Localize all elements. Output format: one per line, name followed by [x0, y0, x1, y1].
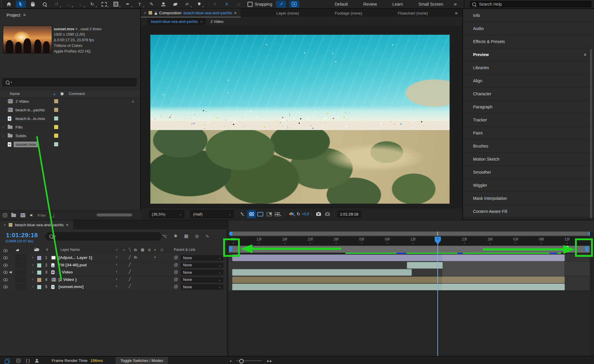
project-item-row[interactable]: sunset.mov: [0, 140, 140, 149]
layer-visibility-eye-icon[interactable]: [3, 278, 8, 281]
sidebar-item-paragraph[interactable]: Paragraph: [463, 100, 594, 113]
puppet-pin-tool[interactable]: [194, 1, 204, 8]
solo-column-icon[interactable]: ●: [17, 248, 19, 252]
sort-ascending-icon[interactable]: ▲: [53, 92, 56, 96]
workspace-tab-default[interactable]: Default: [335, 2, 348, 7]
close-icon[interactable]: ×: [144, 11, 146, 15]
zoom-out-mountain-icon[interactable]: ▲: [229, 359, 232, 362]
selection-tool[interactable]: [16, 1, 26, 8]
parent-pickwhip-icon[interactable]: @: [174, 255, 178, 260]
timeline-tab[interactable]: × beach-blue-sea-and-yachts ≡: [0, 220, 73, 229]
layer-fx-switch[interactable]: fx: [134, 255, 137, 259]
parent-pickwhip-icon[interactable]: @: [174, 270, 178, 274]
shy-column-icon[interactable]: ♀: [115, 248, 118, 252]
composition-viewer[interactable]: [141, 26, 462, 208]
layer-expander-icon[interactable]: ›: [32, 262, 33, 267]
layer-quality-switch[interactable]: ╱: [129, 270, 131, 274]
sidebar-item-align[interactable]: Align: [463, 74, 594, 87]
expander-icon[interactable]: ›: [2, 134, 4, 137]
project-item-name[interactable]: beach-b...ts.mov: [15, 116, 45, 121]
sidebar-item-smoother[interactable]: Smoother: [463, 166, 594, 179]
home-tool[interactable]: [4, 1, 14, 8]
show-snapshot-button[interactable]: [323, 210, 332, 218]
exposure-value[interactable]: +0,0: [302, 212, 309, 216]
magnification-dropdown[interactable]: (36,5%) ⌄: [149, 210, 184, 218]
layer-label-swatch[interactable]: [37, 263, 42, 268]
work-area-start-handle[interactable]: [229, 246, 232, 251]
project-panel-title[interactable]: Project: [7, 12, 21, 18]
viewer-tab-flowchart[interactable]: Flowchart (none): [398, 11, 428, 15]
zoom-tool[interactable]: [40, 1, 50, 8]
snap-box-button[interactable]: [289, 1, 299, 8]
label-color-swatch[interactable]: [54, 107, 59, 112]
parent-dropdown[interactable]: None⌄: [181, 270, 223, 275]
grid-guides-button[interactable]: ▾: [274, 210, 283, 218]
layer-visibility-eye-icon[interactable]: [3, 286, 8, 289]
motion-blur-icon[interactable]: ◎: [195, 233, 199, 239]
label-column-icon[interactable]: [36, 248, 40, 251]
viewer-tab-layer[interactable]: Layer (none): [276, 11, 299, 15]
breadcrumb-root[interactable]: beach-blue-sea-and-yachts: [151, 19, 198, 24]
project-item-row[interactable]: ›Solids: [0, 132, 140, 140]
lock-icon[interactable]: [155, 13, 157, 15]
lock-cell[interactable]: [21, 255, 27, 261]
time-navigator-start-handle[interactable]: [229, 232, 232, 236]
sidebar-item-info[interactable]: Info: [463, 9, 594, 22]
lock-cell[interactable]: [21, 262, 27, 268]
viewer-tab-footage[interactable]: Footage (none): [335, 11, 362, 15]
draft-3d-icon[interactable]: ❖: [174, 233, 177, 239]
view-axis-mode[interactable]: ▱: [234, 1, 244, 8]
composition-tab[interactable]: × Composition beach-blue-sea-and-yachts …: [141, 9, 241, 18]
exposure-button[interactable]: ↻ +0,0: [297, 210, 309, 218]
zoom-slider-knob[interactable]: [239, 359, 244, 363]
resolution-dropdown[interactable]: (Half) ⌄: [190, 210, 234, 218]
solo-cell[interactable]: [15, 255, 21, 261]
rotate-tool[interactable]: ↻: [87, 1, 97, 8]
project-item-name[interactable]: sunset.mov: [14, 142, 38, 147]
zoom-in-mountains-icon[interactable]: ▲▲: [266, 358, 271, 363]
snap-arrow-button[interactable]: ↗: [276, 1, 286, 8]
viewer-timecode[interactable]: 1:01:29:18: [337, 211, 361, 218]
breadcrumb-current[interactable]: 2 Video: [210, 19, 223, 24]
sidebar-item-mask-interpolation[interactable]: Mask Interpolation: [463, 192, 594, 205]
transparency-grid-button[interactable]: [247, 210, 256, 218]
layer-name[interactable]: Fill [34-40].psd: [59, 263, 87, 267]
interpret-footage-icon[interactable]: [3, 213, 7, 217]
layer-quality-switch[interactable]: ╱: [129, 255, 131, 259]
layer-visibility-eye-icon[interactable]: [3, 271, 8, 274]
layer-label-swatch[interactable]: [37, 256, 42, 260]
layer-stack-icon[interactable]: [6, 359, 10, 363]
timeline-scrollbar[interactable]: [590, 232, 594, 356]
collapse-column-icon[interactable]: ☼: [122, 248, 125, 252]
project-item-name[interactable]: beach-b...yachts: [15, 108, 45, 112]
panel-menu-icon[interactable]: ≡: [584, 52, 586, 57]
layer-row-3[interactable]: ›31 Video♀╱@None⌄: [0, 269, 224, 276]
expressions-icon[interactable]: { }: [26, 358, 30, 363]
search-help-box[interactable]: Search Help: [470, 1, 592, 7]
lock-cell[interactable]: [21, 284, 27, 290]
parent-dropdown[interactable]: None⌄: [181, 262, 223, 268]
project-item-row[interactable]: beach-b...ts.mov: [0, 114, 140, 123]
workspace-overflow-button[interactable]: »: [454, 1, 457, 7]
solo-cell[interactable]: [15, 277, 21, 283]
label-column-icon[interactable]: [61, 92, 64, 95]
breadcrumb[interactable]: beach-blue-sea-and-yachts ‹: [147, 18, 206, 25]
layer-quality-switch[interactable]: ╱: [129, 277, 131, 281]
layer-audio-icon[interactable]: [10, 271, 12, 274]
sidebar-item-preview[interactable]: Preview≡: [463, 48, 594, 61]
orbit-camera-tool[interactable]: ↺: [51, 1, 62, 8]
close-icon[interactable]: ×: [4, 223, 6, 227]
composition-flowchart-icon[interactable]: ⌥: [162, 233, 167, 239]
solo-cell[interactable]: [15, 269, 21, 275]
frame-blend-column-icon[interactable]: ▦: [141, 248, 144, 252]
layer-row-5[interactable]: ›5[sunset.mov]♀╱@None⌄: [0, 283, 224, 291]
motion-blur-column-icon[interactable]: ◎: [148, 248, 151, 252]
lock-cell[interactable]: [21, 277, 27, 283]
roto-brush-tool[interactable]: ✍: [182, 1, 192, 8]
project-audio-icon[interactable]: [30, 214, 33, 217]
channel-button[interactable]: ▾: [288, 210, 297, 218]
snapping-checkbox[interactable]: [248, 2, 253, 7]
workspace-tab-learn[interactable]: Learn: [392, 2, 403, 7]
tab-overflow-button[interactable]: »: [455, 10, 458, 16]
region-of-interest-button[interactable]: [256, 210, 265, 218]
